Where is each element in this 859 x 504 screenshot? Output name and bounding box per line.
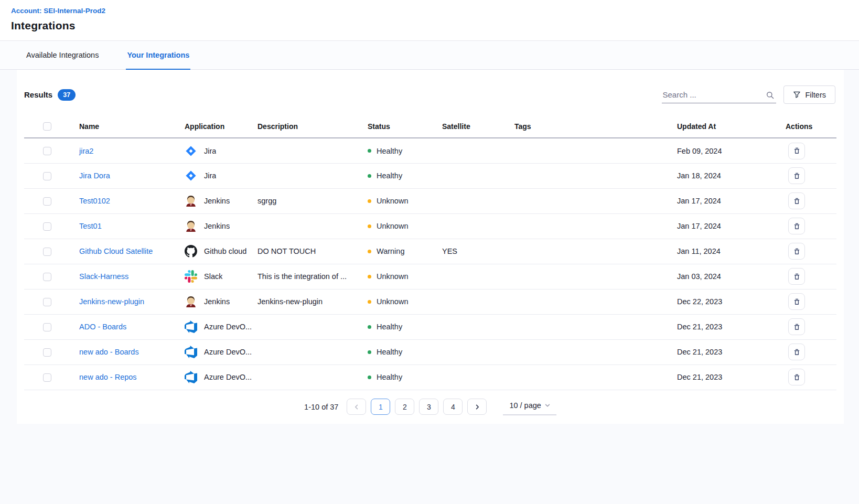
delete-button[interactable] (788, 243, 805, 260)
application-cell: Github cloud (185, 245, 257, 258)
application-label: Azure DevO... (204, 348, 252, 356)
row-checkbox[interactable] (43, 298, 51, 306)
page-title: Integrations (11, 19, 848, 32)
chevron-left-icon (354, 404, 359, 410)
application-label: Slack (204, 272, 222, 281)
application-cell: Azure DevO... (185, 320, 257, 333)
pagination-page-2[interactable]: 2 (395, 399, 414, 415)
row-checkbox[interactable] (43, 373, 51, 382)
column-header-updated-at: Updated At (677, 116, 786, 138)
column-header-description: Description (257, 116, 368, 138)
status-cell: Unknown (368, 197, 442, 205)
application-cell: Azure DevO... (185, 371, 257, 383)
status-label: Healthy (377, 147, 402, 155)
integration-name-link[interactable]: jira2 (79, 147, 93, 155)
delete-button[interactable] (788, 344, 805, 360)
delete-button[interactable] (788, 369, 805, 385)
updated-at: Jan 18, 2024 (677, 171, 721, 180)
page-size-label: 10 / page (509, 401, 541, 410)
description-text: DO NOT TOUCH (257, 247, 316, 255)
integration-name-link[interactable]: Slack-Harness (79, 272, 128, 281)
status-dot (368, 300, 371, 304)
trash-icon (793, 298, 801, 306)
row-checkbox[interactable] (43, 222, 51, 231)
application-label: Azure DevO... (204, 323, 252, 331)
status-label: Healthy (377, 373, 402, 381)
row-checkbox[interactable] (43, 248, 51, 256)
application-label: Jenkins (204, 197, 230, 205)
status-cell: Healthy (368, 373, 442, 381)
search-input[interactable] (662, 87, 776, 103)
status-label: Unknown (377, 197, 408, 205)
toolbar-right: Filters (662, 85, 835, 104)
integration-name-link[interactable]: ADO - Boards (79, 323, 126, 331)
select-all-checkbox[interactable] (43, 122, 51, 131)
checkbox-cell (24, 289, 79, 314)
checkbox-cell (24, 364, 79, 390)
filter-funnel-icon (793, 91, 801, 99)
status-cell: Healthy (368, 348, 442, 356)
column-header-tags: Tags (514, 116, 677, 138)
integrations-card: Results 37 Filters (17, 70, 844, 424)
row-checkbox[interactable] (43, 197, 51, 206)
application-cell: Jira (185, 145, 257, 157)
row-checkbox[interactable] (43, 323, 51, 331)
delete-button[interactable] (788, 318, 805, 335)
integration-name-link[interactable]: Jira Dora (79, 171, 110, 180)
row-checkbox[interactable] (43, 147, 51, 155)
pagination-prev-button[interactable] (347, 399, 366, 415)
status-dot (368, 350, 371, 354)
integrations-page: Account: SEI-Internal-Prod2 Integrations… (0, 0, 859, 424)
integration-name-link[interactable]: Test01 (79, 222, 102, 230)
integration-name-link[interactable]: Jenkins-new-plugin (79, 297, 144, 306)
status-dot (368, 224, 371, 228)
table-row: Jenkins-new-plugin Jenkins Jenkins-new-p… (24, 289, 836, 314)
table-row: ADO - Boards Azure DevO... Healthy Dec 2… (24, 314, 836, 339)
account-breadcrumb[interactable]: Account: SEI-Internal-Prod2 (11, 7, 848, 15)
row-checkbox[interactable] (43, 348, 51, 357)
slack-icon (185, 270, 197, 283)
pagination-page-3[interactable]: 3 (419, 399, 438, 415)
status-cell: Healthy (368, 147, 442, 155)
pagination-range: 1-10 of 37 (304, 403, 338, 411)
table-row: Test01 Jenkins Unknown Jan 17, 2024 (24, 213, 836, 239)
delete-button[interactable] (788, 268, 805, 285)
integration-name-link[interactable]: Test0102 (79, 197, 110, 205)
pagination-page-4[interactable]: 4 (443, 399, 463, 415)
github-icon (185, 245, 197, 258)
delete-button[interactable] (788, 293, 805, 310)
tab-your-integrations[interactable]: Your Integrations (126, 41, 190, 70)
updated-at: Jan 11, 2024 (677, 247, 721, 255)
column-header-actions: Actions (786, 116, 836, 138)
delete-button[interactable] (788, 192, 805, 209)
integration-name-link[interactable]: Github Cloud Satellite (79, 247, 153, 255)
updated-at: Jan 17, 2024 (677, 222, 721, 230)
row-checkbox[interactable] (43, 273, 51, 281)
pagination-page-1[interactable]: 1 (371, 399, 390, 415)
application-cell: Jenkins (185, 295, 257, 308)
table-row: Jira Dora Jira Healthy Jan 18, 2024 (24, 163, 836, 188)
integrations-table-body: jira2 Jira Healthy Feb 09, 2024 Jira Dor… (24, 138, 836, 390)
integration-name-link[interactable]: new ado - Boards (79, 348, 139, 356)
status-cell: Warning (368, 247, 442, 255)
delete-button[interactable] (788, 218, 805, 234)
delete-button[interactable] (788, 167, 805, 184)
delete-button[interactable] (788, 143, 805, 159)
page-size-select[interactable]: 10 / page (503, 399, 556, 415)
tab-available-integrations[interactable]: Available Integrations (25, 41, 100, 70)
row-checkbox[interactable] (43, 172, 51, 180)
status-dot (368, 149, 371, 153)
integration-name-link[interactable]: new ado - Repos (79, 373, 137, 381)
checkbox-cell (24, 138, 79, 163)
trash-icon (793, 348, 801, 356)
filters-button[interactable]: Filters (783, 85, 835, 104)
column-header-status: Status (368, 116, 442, 138)
status-label: Warning (377, 247, 404, 255)
column-header-satellite: Satellite (442, 116, 514, 138)
pagination: 1-10 of 37 1234 10 / page (17, 390, 844, 424)
checkbox-cell (24, 213, 79, 239)
application-label: Jenkins (204, 297, 230, 306)
status-dot (368, 199, 371, 203)
pagination-next-button[interactable] (467, 399, 487, 415)
trash-icon (793, 172, 801, 180)
